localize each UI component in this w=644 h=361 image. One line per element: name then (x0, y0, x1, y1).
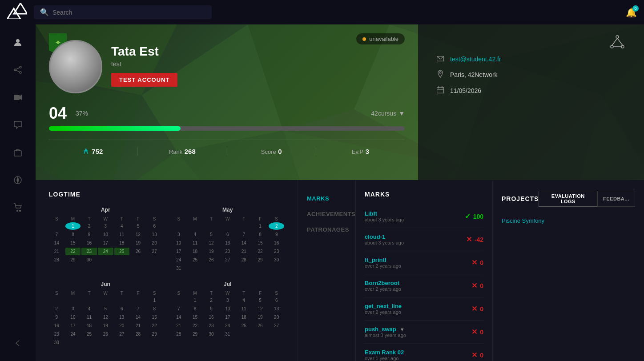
level-number: 04 (49, 104, 67, 123)
svg-marker-9 (20, 95, 22, 100)
svg-point-4 (20, 66, 21, 68)
cal-day: 7 (49, 231, 64, 238)
search-icon: 🔍 (40, 8, 49, 16)
day-header: T (81, 217, 97, 221)
mark-project-name[interactable]: get_next_line (365, 303, 452, 309)
sidebar-item-profile[interactable] (9, 33, 27, 51)
projects-tabs: EVALUATION LOGS FEEDBA... (539, 191, 635, 207)
tab-feedback[interactable]: FEEDBA... (597, 191, 635, 207)
content-area: LOGTIME Apr S M T W T F S 1 2 (36, 180, 644, 361)
calendar-june-header: Jun (49, 281, 162, 287)
app-logo[interactable] (7, 3, 29, 22)
mark-info: Born2beroot over 2 years ago (365, 280, 452, 292)
cross-icon: ✕ (466, 235, 472, 244)
sidebar-item-back[interactable] (9, 334, 27, 352)
dropdown-icon[interactable]: ▼ (400, 327, 405, 332)
mark-project-name[interactable]: push_swap ▼ (365, 326, 452, 333)
sidebar-item-graph[interactable] (9, 61, 27, 79)
score-value: 0 (480, 259, 483, 266)
marks-table-title: MARKS (365, 191, 483, 198)
cal-day: 23 (81, 248, 97, 255)
calendar-april: Apr S M T W T F S 1 2 3 4 5 (49, 207, 162, 272)
topnav: 🔍 🔔 0 (0, 0, 644, 24)
cross-icon: ✕ (471, 281, 477, 290)
score-value: 0 (480, 305, 483, 313)
cal-day (49, 222, 64, 230)
cal-day: 22 (65, 248, 81, 255)
rank-value: 268 (185, 148, 196, 155)
email-value[interactable]: test@student.42.fr (450, 56, 501, 63)
network-section[interactable] (608, 33, 626, 53)
calendar-icon (436, 86, 445, 95)
score-value: 0 (480, 352, 483, 359)
test-account-button[interactable]: TEST ACCOUNT (111, 73, 177, 87)
mark-score: ✕ 0 (457, 305, 483, 313)
mark-time: over 2 years ago (365, 263, 452, 269)
mark-project-name[interactable]: Born2beroot (365, 280, 452, 286)
sidebar-item-video[interactable] (9, 88, 27, 106)
calendar-april-header: Apr (49, 207, 162, 213)
cross-icon: ✕ (471, 258, 477, 267)
cal-day: 16 (81, 239, 97, 247)
notification-bell[interactable]: 🔔 0 (626, 7, 637, 18)
svg-line-32 (617, 38, 623, 45)
search-bar[interactable]: 🔍 (34, 5, 212, 19)
sidebar-item-chat[interactable] (9, 116, 27, 134)
cal-day: 18 (114, 239, 130, 247)
mark-time: over 2 years ago (365, 286, 452, 292)
mark-project-name[interactable]: Exam Rank 02 (365, 349, 452, 356)
cal-day: 25 (114, 248, 130, 255)
profile-header: ✦ unavailable Tata Est test TEST ACCOUNT (36, 24, 644, 180)
cal-day: 17 (98, 239, 113, 247)
location-row: Paris, 42Network (436, 70, 626, 79)
cal-day: 24 (98, 248, 113, 255)
svg-rect-10 (14, 151, 21, 156)
cal-day (98, 256, 113, 264)
sidebar (0, 24, 36, 361)
mark-score: ✓ 100 (457, 212, 483, 221)
calendar-july: Jul S M T W T F S 1 2 3 4 5 (171, 281, 285, 346)
contact-info: test@student.42.fr Paris, 42Network (436, 56, 626, 95)
cal-day: 8 (65, 231, 81, 238)
marks-nav-section: MARKS ACHIEVEMENTS PATRONAGES (298, 180, 356, 361)
search-input[interactable] (52, 9, 205, 16)
marks-nav-marks[interactable]: MARKS (298, 191, 355, 206)
sidebar-item-compass[interactable] (9, 171, 27, 189)
mark-score: ✕ 0 (457, 351, 483, 359)
mark-project-name[interactable]: cloud-1 (365, 233, 452, 240)
tab-evaluation-logs[interactable]: EVALUATION LOGS (539, 191, 597, 207)
mark-info: get_next_line over 2 years ago (365, 303, 452, 315)
cal-day: 1 (65, 222, 81, 230)
table-row: Exam Rank 02 over 1 year ago ✕ 0 (365, 344, 483, 361)
wallet-value: 752 (92, 148, 103, 155)
score-value: 100 (473, 213, 483, 220)
evp-stat: Ev.P 3 (316, 148, 405, 156)
svg-point-35 (439, 72, 441, 73)
cal-day: 9 (81, 231, 97, 238)
cross-icon: ✕ (471, 305, 477, 313)
svg-rect-8 (14, 95, 20, 100)
mark-time: about 3 years ago (365, 217, 452, 222)
sidebar-item-briefcase[interactable] (9, 144, 27, 161)
calendars-grid: Apr S M T W T F S 1 2 3 4 5 (49, 207, 284, 346)
mark-project-name[interactable]: ft_printf (365, 257, 452, 263)
wallet-icon: ₳ (84, 148, 88, 155)
progress-fill (49, 126, 181, 131)
cal-day: 30 (81, 256, 97, 264)
wallet-stat: ₳ 752 (49, 147, 138, 156)
list-item[interactable]: Piscine Symfony (502, 214, 635, 228)
cal-day: 6 (147, 222, 162, 230)
marks-nav-achievements[interactable]: ACHIEVEMENTS (298, 206, 355, 222)
cal-day (114, 256, 130, 264)
cal-day (147, 256, 162, 264)
svg-point-2 (16, 39, 20, 43)
email-row: test@student.42.fr (436, 56, 626, 63)
cursus-selector[interactable]: 42cursus ▼ (371, 110, 405, 117)
svg-point-14 (20, 210, 21, 212)
score-label: Score (261, 148, 276, 155)
svg-line-6 (16, 68, 20, 69)
marks-nav-patronages[interactable]: PATRONAGES (298, 222, 355, 237)
mark-score: ✕ 0 (457, 258, 483, 267)
sidebar-item-cart[interactable] (9, 199, 27, 217)
mark-project-name[interactable]: Libft (365, 210, 452, 217)
